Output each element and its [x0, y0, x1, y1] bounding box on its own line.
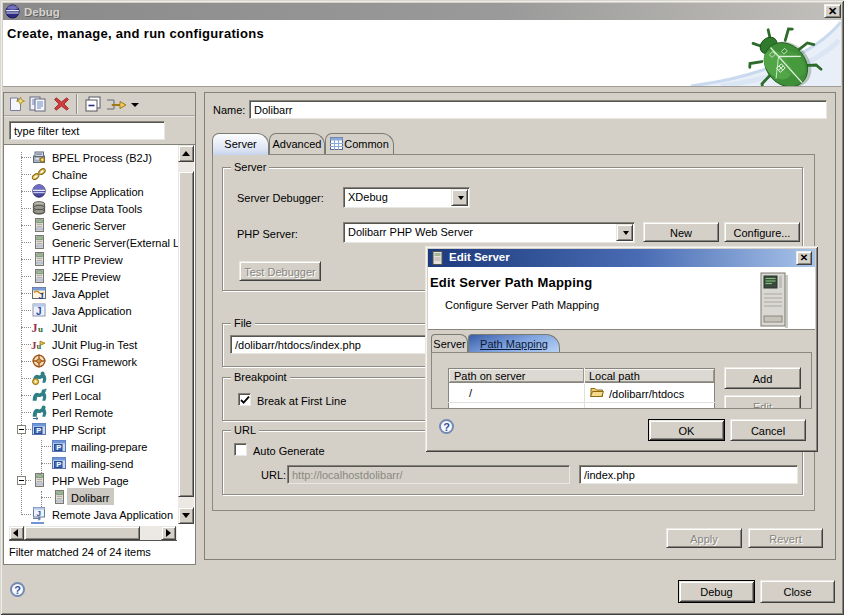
svg-text:P: P: [56, 460, 61, 469]
svg-text:P: P: [36, 426, 41, 435]
svg-text:u: u: [38, 324, 43, 334]
svg-text:J: J: [32, 321, 38, 335]
svg-text:J: J: [39, 291, 44, 301]
svg-text:P: P: [56, 443, 61, 452]
svg-text:J: J: [36, 306, 42, 317]
svg-text:J: J: [37, 509, 41, 518]
